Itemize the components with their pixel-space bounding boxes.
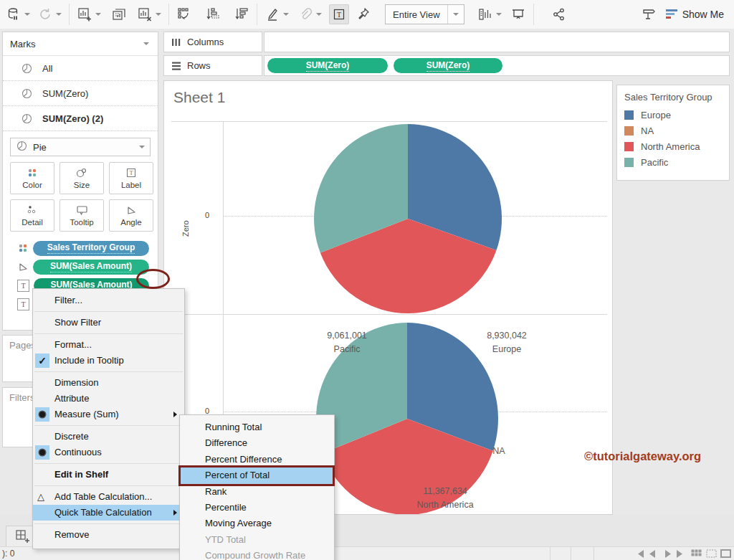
menu-item-continuous[interactable]: Continuous (33, 445, 184, 460)
menu-item-format-[interactable]: Format... (33, 337, 184, 353)
sheet-navigation[interactable] (635, 549, 685, 559)
refresh-icon[interactable] (36, 5, 54, 24)
swap-axes-icon[interactable] (175, 5, 194, 24)
menu-item-edit-in-shelf[interactable]: Edit in Shelf (33, 467, 184, 483)
submenu-item-running-total[interactable]: Running Total (180, 419, 334, 435)
new-worksheet-icon[interactable] (75, 5, 94, 24)
show-me-button[interactable]: Show Me (665, 9, 724, 20)
fit-selected-value: Entire View (386, 9, 447, 20)
menu-item-discrete[interactable]: Discrete (33, 429, 184, 445)
color-button[interactable]: Color (10, 162, 54, 194)
submenu-arrow-icon (173, 412, 177, 417)
legend-item-north-america[interactable]: North America (617, 138, 729, 154)
mark-type-caret[interactable] (134, 138, 150, 156)
marks-item-sum-zero-[interactable]: SUM(Zero) (3, 81, 158, 106)
fit-selector[interactable]: Entire View (385, 4, 464, 24)
legend-swatch (624, 126, 634, 136)
paperclip-caret[interactable] (316, 13, 322, 16)
new-worksheet-caret[interactable] (95, 13, 101, 16)
menu-item-label: Show Filter (54, 317, 101, 328)
legend-item-europe[interactable]: Europe (617, 107, 729, 123)
menu-item-include-in-tooltip[interactable]: ✓Include in Tooltip (33, 353, 184, 369)
clear-worksheet-caret[interactable] (156, 13, 161, 16)
submenu-item-percentile[interactable]: Percentile (180, 500, 334, 516)
marks-item-all[interactable]: All (3, 56, 158, 81)
sort-ascending-icon[interactable] (204, 5, 222, 24)
submenu-item-percent-difference[interactable]: Percent Difference (180, 452, 334, 468)
rows-shelf-label: Rows (163, 55, 262, 76)
label-button[interactable]: TLabel (109, 162, 153, 194)
columns-shelf[interactable] (264, 32, 730, 52)
paperclip-icon[interactable] (296, 5, 315, 24)
submenu-item-label: Running Total (205, 422, 262, 432)
data-source-caret[interactable] (24, 13, 30, 16)
clear-worksheet-icon[interactable] (135, 5, 154, 24)
pie-label-name: North America (416, 498, 473, 512)
menu-item-measure-sum-[interactable]: Measure (Sum) (33, 407, 184, 422)
marks-pill[interactable]: SUM(Sales Amount) (33, 260, 149, 275)
refresh-caret[interactable] (56, 13, 62, 16)
marks-caret[interactable] (143, 42, 149, 45)
rows-pill[interactable]: SUM(Zero) (394, 58, 502, 73)
mark-type-value: Pie (33, 142, 47, 153)
submenu-item-rank[interactable]: Rank (180, 484, 334, 500)
mark-type-dropdown[interactable]: Pie (10, 138, 151, 156)
detail-button-icon (27, 204, 38, 216)
menu-item-remove[interactable]: Remove (33, 527, 184, 543)
menu-item-label: Measure (Sum) (54, 409, 119, 419)
pin-icon[interactable] (355, 5, 373, 24)
status-separator (571, 547, 571, 560)
sort-descending-icon[interactable] (232, 5, 251, 24)
rows-shelf[interactable]: SUM(Zero)SUM(Zero) (264, 55, 730, 76)
label-icon[interactable]: T (329, 4, 349, 24)
duplicate-worksheet-icon[interactable] (110, 5, 128, 24)
menu-item-label: Format... (54, 339, 92, 350)
data-source-icon[interactable] (4, 5, 23, 24)
menu-item-add-table-calculation-[interactable]: △Add Table Calculation... (33, 489, 184, 505)
submenu-item-difference[interactable]: Difference (180, 435, 334, 451)
size-button[interactable]: Size (59, 162, 104, 194)
pie-data-label-na: NA (492, 445, 505, 458)
menu-item-show-filter[interactable]: Show Filter (33, 315, 184, 331)
toolbar-separator (533, 4, 534, 25)
tooltip-button[interactable]: Tooltip (59, 199, 104, 232)
share-icon[interactable] (550, 5, 568, 24)
highlight-caret[interactable] (283, 13, 289, 16)
marks-pill[interactable]: Sales Territory Group (33, 241, 149, 256)
columns-icon (171, 37, 181, 47)
pill-context-menu: Filter...Show FilterFormat...✓Include in… (32, 288, 185, 549)
pie-label-name: NA (492, 445, 505, 458)
menu-item-quick-table-calculation[interactable]: Quick Table Calculation (33, 505, 184, 521)
submenu-item-moving-average[interactable]: Moving Average (180, 516, 334, 531)
fit-caret[interactable] (447, 5, 464, 24)
marks-pill-row: SUM(Sales Amount) (3, 257, 158, 276)
submenu-item-compound-growth-rate: Compound Growth Rate (180, 548, 334, 560)
pie-data-label-north-america: 11,367,634North America (416, 485, 473, 512)
signpost-icon[interactable] (639, 5, 658, 24)
marks-header[interactable]: Marks (3, 32, 158, 56)
show-me-icon (665, 9, 678, 20)
menu-item-label: Filter... (54, 295, 82, 305)
marks-title: Marks (10, 39, 35, 49)
show-mark-labels-caret[interactable] (496, 13, 502, 16)
quick-table-calculation-submenu: Running TotalDifferencePercent Differenc… (179, 414, 335, 560)
legend-item-na[interactable]: NA (617, 123, 729, 138)
menu-item-filter-[interactable]: Filter... (33, 293, 184, 308)
show-mark-labels-icon[interactable] (476, 5, 495, 24)
menu-item-dimension[interactable]: Dimension (33, 375, 184, 391)
legend-item-pacific[interactable]: Pacific (617, 154, 729, 170)
marks-item-label: All (42, 63, 52, 74)
submenu-item-percent-of-total[interactable]: Percent of Total (180, 468, 334, 483)
rows-pill[interactable]: SUM(Zero) (267, 58, 388, 73)
presentation-icon[interactable] (509, 5, 528, 24)
view-mode-buttons[interactable] (691, 549, 731, 559)
menu-separator (34, 333, 183, 334)
svg-text:T: T (129, 169, 133, 176)
angle-button[interactable]: Angle (109, 199, 153, 232)
submenu-item-ytd-total: YTD Total (180, 532, 334, 548)
detail-button[interactable]: Detail (10, 199, 54, 232)
highlight-icon[interactable] (263, 5, 282, 24)
marks-item-sum-zero-2-[interactable]: SUM(Zero) (2) (3, 106, 158, 131)
menu-item-attribute[interactable]: Attribute (33, 391, 184, 407)
legend-swatch (624, 142, 634, 151)
